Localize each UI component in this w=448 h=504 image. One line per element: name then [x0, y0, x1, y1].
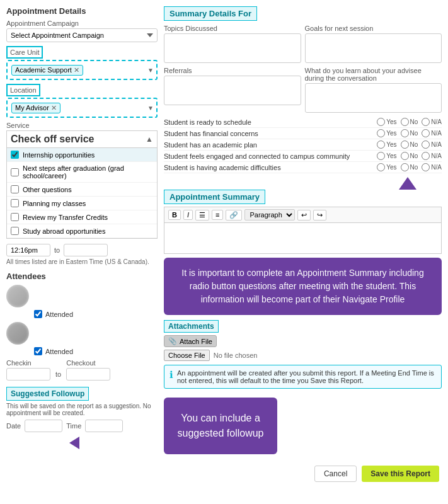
- radio-row-3: Student feels engaged and connected to c…: [164, 151, 442, 162]
- service-item-label: Other questions: [23, 186, 72, 193]
- right-panel: Summary Details For Topics Discussed Goa…: [164, 6, 442, 482]
- goals-label: Goals for next session: [305, 25, 442, 32]
- radio-option-N/A[interactable]: N/A: [422, 140, 442, 149]
- service-header[interactable]: Check off service ▲: [6, 130, 158, 147]
- radio-option-No[interactable]: No: [401, 140, 418, 149]
- referrals-field: Referrals: [164, 67, 301, 113]
- save-button[interactable]: Save this Report: [362, 466, 439, 482]
- avatar-2: [6, 322, 29, 345]
- service-checkbox-0[interactable]: [11, 151, 19, 159]
- radio-option-N/A[interactable]: N/A: [422, 118, 442, 126]
- location-label: Location: [6, 84, 40, 96]
- radio-option-No[interactable]: No: [401, 118, 418, 126]
- info-icon: ℹ: [169, 369, 173, 381]
- checkout-field: Checkout: [66, 359, 110, 381]
- bold-button[interactable]: B: [168, 210, 181, 220]
- service-item: Next steps after graduation (grad school…: [7, 162, 157, 183]
- service-checkbox-3[interactable]: [11, 199, 19, 207]
- end-time-input[interactable]: [64, 244, 108, 256]
- service-item-label: Internship opportunities: [23, 151, 95, 159]
- attended-label-1: Attended: [45, 311, 73, 318]
- avatar-1: [6, 285, 29, 307]
- referrals-textarea[interactable]: [164, 76, 301, 105]
- choose-file-button[interactable]: Choose File: [164, 350, 210, 361]
- conversation-textarea[interactable]: [305, 83, 442, 113]
- followup-section: Suggested Followup This will be saved on…: [6, 387, 158, 449]
- radio-option-No[interactable]: No: [401, 129, 418, 137]
- attendee-row-2: [6, 322, 158, 345]
- redo-button[interactable]: ↪: [313, 210, 326, 220]
- start-time-input[interactable]: [6, 244, 50, 256]
- topics-textarea[interactable]: [164, 33, 301, 63]
- topics-field: Topics Discussed: [164, 25, 301, 63]
- checkin-row: Checkin to Checkout: [6, 359, 158, 381]
- goals-field: Goals for next session: [305, 25, 442, 63]
- left-panel: Appointment Details Appointment Campaign…: [6, 6, 158, 482]
- italic-button[interactable]: I: [183, 210, 193, 220]
- editor-body[interactable]: [164, 222, 442, 254]
- radio-option-Yes[interactable]: Yes: [377, 129, 396, 137]
- care-unit-label: Care Unit: [6, 46, 43, 59]
- service-item: Review my Transfer Credits: [7, 210, 157, 224]
- campaign-select[interactable]: Select Appointment Campaign: [6, 28, 158, 42]
- service-chevron-icon: ▲: [146, 135, 153, 144]
- radio-option-No[interactable]: No: [401, 152, 418, 160]
- radio-option-N/A[interactable]: N/A: [422, 152, 442, 160]
- followup-arrow-container: [6, 433, 158, 449]
- location-input[interactable]: My Advisor ✕ ▼: [6, 98, 158, 118]
- attachments-title: Attachments: [164, 320, 219, 333]
- list-button[interactable]: ☰: [195, 210, 209, 220]
- care-unit-remove[interactable]: ✕: [74, 66, 79, 74]
- ordered-list-button[interactable]: ≡: [212, 210, 223, 220]
- followup-time-input[interactable]: [85, 420, 123, 432]
- footer-row: Cancel Save this Report: [164, 466, 442, 482]
- radio-options-0: YesNoN/A: [377, 118, 442, 126]
- followup-callout-box: You can include a suggested followup: [164, 398, 277, 454]
- service-checkbox-5[interactable]: [11, 227, 19, 235]
- location-remove[interactable]: ✕: [51, 104, 57, 112]
- radio-question-label-1: Student has financial concerns: [164, 130, 377, 137]
- followup-date-input[interactable]: [25, 420, 62, 432]
- link-button[interactable]: 🔗: [226, 210, 242, 220]
- service-item-label: Next steps after graduation (grad school…: [23, 164, 153, 180]
- conversation-field: What do you learn about your advisee dur…: [305, 67, 442, 113]
- attended-label-2: Attended: [45, 348, 73, 355]
- followup-arrow-icon: [69, 437, 79, 449]
- conversation-label: What do you learn about your advisee dur…: [305, 67, 442, 82]
- radio-option-Yes[interactable]: Yes: [377, 152, 396, 160]
- radio-option-N/A[interactable]: N/A: [422, 163, 442, 171]
- service-checkbox-1[interactable]: [11, 168, 19, 176]
- care-unit-arrow[interactable]: ▼: [147, 67, 154, 74]
- attended-checkbox-1[interactable]: [34, 310, 42, 318]
- paperclip-icon: 📎: [168, 337, 177, 345]
- service-item: Other questions: [7, 183, 157, 197]
- paragraph-select[interactable]: Paragraph: [244, 209, 295, 220]
- checkin-to-label: to: [55, 370, 61, 381]
- info-text: An appointment will be created after you…: [177, 369, 436, 384]
- info-box: ℹ An appointment will be created after y…: [164, 365, 442, 389]
- care-unit-input[interactable]: Academic Support ✕ ▼: [6, 60, 158, 80]
- referrals-row: Referrals What do you learn about your a…: [164, 67, 442, 113]
- editor-toolbar: B I ☰ ≡ 🔗 Paragraph ↩ ↪: [164, 207, 442, 222]
- service-checkbox-4[interactable]: [11, 213, 19, 221]
- summary-grid: Topics Discussed Goals for next session: [164, 25, 442, 63]
- radio-option-N/A[interactable]: N/A: [422, 129, 442, 137]
- checkout-input[interactable]: [66, 368, 110, 381]
- attach-file-button[interactable]: 📎 Attach File: [164, 335, 217, 347]
- service-item-label: Study abroad opportunities: [23, 227, 105, 235]
- checkout-label: Checkout: [66, 359, 110, 367]
- cancel-button[interactable]: Cancel: [314, 466, 357, 482]
- checkin-input[interactable]: [6, 368, 50, 381]
- attended-checkbox-2[interactable]: [34, 347, 42, 355]
- radio-option-Yes[interactable]: Yes: [377, 140, 396, 149]
- service-checkbox-2[interactable]: [11, 185, 19, 193]
- followup-callout-row: You can include a suggested followup: [164, 394, 442, 458]
- service-label: Service: [6, 122, 158, 129]
- location-arrow[interactable]: ▼: [147, 105, 154, 112]
- radio-option-No[interactable]: No: [401, 163, 418, 171]
- goals-textarea[interactable]: [305, 33, 442, 63]
- undo-button[interactable]: ↩: [297, 210, 311, 220]
- followup-title: Suggested Followup: [6, 387, 89, 401]
- radio-option-Yes[interactable]: Yes: [377, 163, 396, 171]
- radio-option-Yes[interactable]: Yes: [377, 118, 396, 126]
